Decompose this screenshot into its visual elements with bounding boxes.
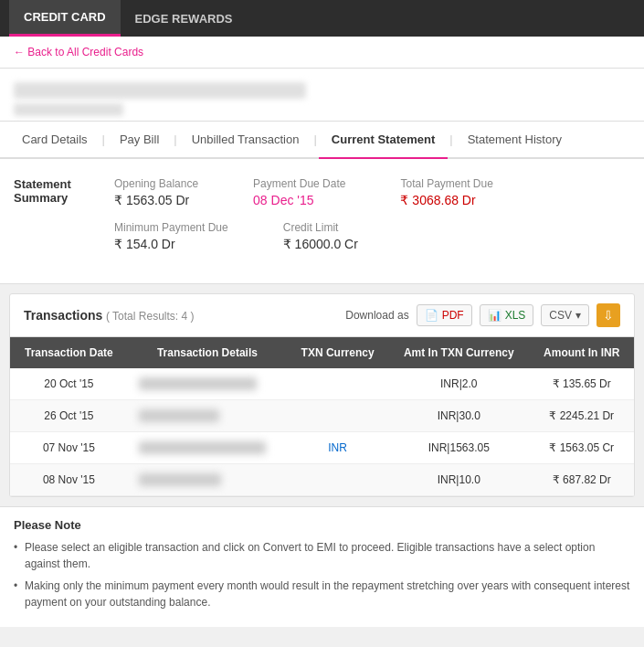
opening-balance-value: ₹ 1563.05 Dr bbox=[114, 193, 189, 207]
transactions-table: Transaction Date Transaction Details TXN… bbox=[10, 337, 634, 496]
col-txn-currency: TXN Currency bbox=[287, 337, 388, 368]
txn-details-cell: XXXXXXXXXXX bbox=[128, 400, 287, 432]
txn-currency-cell bbox=[287, 400, 388, 432]
txn-amt-inr-cell: ₹ 135.65 Dr bbox=[529, 368, 634, 400]
payment-due-date: Payment Due Date 08 Dec '15 bbox=[253, 177, 345, 207]
txn-date-cell: 20 Oct '15 bbox=[10, 368, 128, 400]
txn-amt-txn-cell: INR|30.0 bbox=[388, 400, 529, 432]
table-row: 20 Oct '15XXXXXX XXXXX X.X.X.INR|2.0₹ 13… bbox=[10, 368, 634, 400]
transactions-header: Transactions ( Total Results: 4 ) Downlo… bbox=[10, 294, 634, 337]
payment-due-date-value: 08 Dec '15 bbox=[253, 193, 314, 207]
tab-statement-history[interactable]: Statement History bbox=[455, 122, 575, 159]
credit-limit-label: Credit Limit bbox=[283, 221, 358, 234]
transactions-title: Transactions bbox=[24, 308, 102, 323]
tab-pay-bill[interactable]: Pay Bill bbox=[107, 122, 172, 159]
xls-label: XLS bbox=[505, 309, 526, 322]
csv-dropdown-icon: ▾ bbox=[575, 309, 581, 322]
note-item-1: Please select an eligible transaction an… bbox=[14, 539, 630, 572]
table-row: 07 Nov '15XXXXXXXX XXXXXXXXXINRINR|1563.… bbox=[10, 432, 634, 464]
txn-details-cell: XXXXXXXX XXXXXXXXX bbox=[128, 432, 287, 464]
card-number-blur bbox=[14, 82, 306, 99]
summary-row-2: Minimum Payment Due ₹ 154.0 Dr Credit Li… bbox=[114, 221, 630, 251]
csv-download-button[interactable]: CSV ▾ bbox=[541, 304, 589, 326]
col-txn-date: Transaction Date bbox=[10, 337, 128, 368]
txn-date-cell: 26 Oct '15 bbox=[10, 400, 128, 432]
minimum-payment-due: Minimum Payment Due ₹ 154.0 Dr bbox=[114, 221, 228, 251]
transactions-count: ( Total Results: 4 ) bbox=[106, 310, 194, 323]
txn-date-cell: 08 Nov '15 bbox=[10, 464, 128, 496]
tab-card-details[interactable]: Card Details bbox=[9, 122, 100, 159]
top-navigation: CREDIT CARD EDGE REWARDS bbox=[0, 0, 644, 37]
download-icon-button[interactable]: ⇩ bbox=[596, 303, 620, 327]
minimum-payment-due-value: ₹ 154.0 Dr bbox=[114, 237, 175, 251]
download-area: Download as 📄 PDF 📊 XLS CSV ▾ ⇩ bbox=[345, 303, 620, 327]
col-txn-details: Transaction Details bbox=[128, 337, 287, 368]
note-item-2: Making only the minimum payment every mo… bbox=[14, 578, 630, 610]
nav-credit-card[interactable]: CREDIT CARD bbox=[9, 0, 121, 37]
table-row: 26 Oct '15XXXXXXXXXXXINR|30.0₹ 2245.21 D… bbox=[10, 400, 634, 432]
txn-currency-cell: INR bbox=[287, 432, 388, 464]
txn-details-cell: XXXXXXX X.XX. bbox=[128, 464, 287, 496]
pdf-download-button[interactable]: 📄 PDF bbox=[417, 304, 472, 326]
col-amt-txn: Amt In TXN Currency bbox=[388, 337, 529, 368]
statement-summary: Statement Summary Opening Balance ₹ 1563… bbox=[0, 159, 644, 284]
txn-date-cell: 07 Nov '15 bbox=[10, 432, 128, 464]
txn-amt-inr-cell: ₹ 2245.21 Dr bbox=[529, 400, 634, 432]
card-info-area bbox=[0, 69, 644, 122]
minimum-payment-due-label: Minimum Payment Due bbox=[114, 221, 228, 234]
pdf-icon: 📄 bbox=[425, 309, 438, 322]
txn-amt-inr-cell: ₹ 1563.05 Cr bbox=[529, 432, 634, 464]
table-header-row: Transaction Date Transaction Details TXN… bbox=[10, 337, 634, 368]
pdf-label: PDF bbox=[442, 309, 464, 322]
statement-summary-title: Statement Summary bbox=[14, 177, 114, 205]
txn-amt-inr-cell: ₹ 687.82 Dr bbox=[529, 464, 634, 496]
opening-balance-label: Opening Balance bbox=[114, 177, 198, 190]
total-payment-due-label: Total Payment Due bbox=[400, 177, 492, 190]
txn-currency-cell bbox=[287, 368, 388, 400]
tab-unbilled-transaction[interactable]: Unbilled Transaction bbox=[179, 122, 312, 159]
txn-amt-txn-cell: INR|2.0 bbox=[388, 368, 529, 400]
credit-limit-value: ₹ 16000.0 Cr bbox=[283, 237, 358, 251]
txn-amt-txn-cell: INR|10.0 bbox=[388, 464, 529, 496]
col-amt-inr: Amount In INR bbox=[529, 337, 634, 368]
tabs-bar: Card Details | Pay Bill | Unbilled Trans… bbox=[0, 122, 644, 159]
card-number-blur2 bbox=[14, 103, 123, 116]
csv-label: CSV bbox=[549, 309, 572, 322]
back-link[interactable]: Back to All Credit Cards bbox=[0, 37, 644, 69]
total-payment-due-value: ₹ 3068.68 Dr bbox=[400, 193, 475, 207]
payment-due-date-label: Payment Due Date bbox=[253, 177, 345, 190]
summary-row-1: Opening Balance ₹ 1563.05 Dr Payment Due… bbox=[114, 177, 630, 207]
statement-summary-content: Opening Balance ₹ 1563.05 Dr Payment Due… bbox=[114, 177, 630, 251]
credit-limit: Credit Limit ₹ 16000.0 Cr bbox=[283, 221, 358, 251]
xls-download-button[interactable]: 📊 XLS bbox=[480, 304, 534, 326]
opening-balance: Opening Balance ₹ 1563.05 Dr bbox=[114, 177, 198, 207]
txn-amt-txn-cell: INR|1563.05 bbox=[388, 432, 529, 464]
total-payment-due: Total Payment Due ₹ 3068.68 Dr bbox=[400, 177, 492, 207]
notes-section: Please Note Please select an eligible tr… bbox=[0, 506, 644, 627]
txn-details-cell: XXXXXX XXXXX X.X.X. bbox=[128, 368, 287, 400]
xls-icon: 📊 bbox=[488, 309, 501, 322]
transactions-section: Transactions ( Total Results: 4 ) Downlo… bbox=[9, 293, 635, 497]
transactions-title-area: Transactions ( Total Results: 4 ) bbox=[24, 308, 194, 323]
nav-edge-rewards[interactable]: EDGE REWARDS bbox=[121, 0, 248, 37]
download-label: Download as bbox=[345, 309, 408, 322]
table-row: 08 Nov '15XXXXXXX X.XX.INR|10.0₹ 687.82 … bbox=[10, 464, 634, 496]
notes-title: Please Note bbox=[14, 518, 630, 532]
txn-currency-cell bbox=[287, 464, 388, 496]
tab-current-statement[interactable]: Current Statement bbox=[319, 122, 448, 159]
